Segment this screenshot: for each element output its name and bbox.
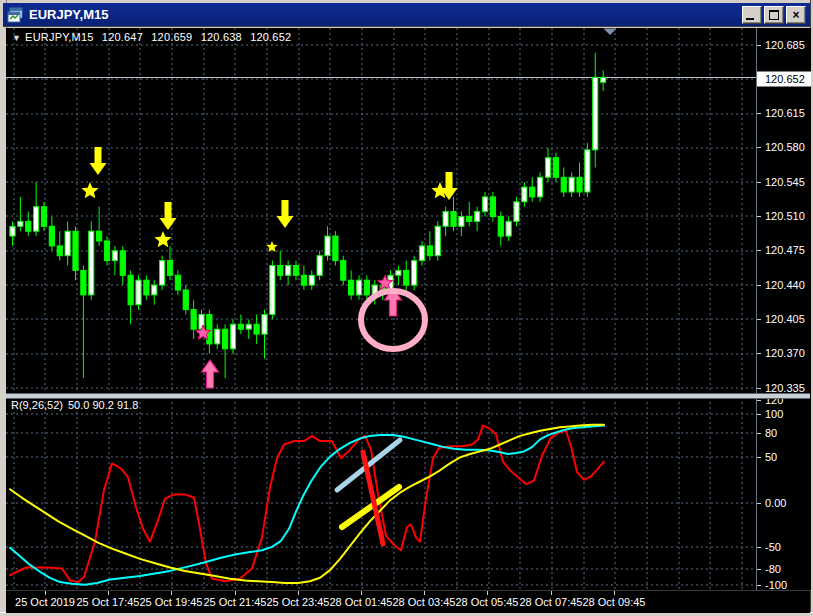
close-icon: × [792,9,799,21]
indicator-name: R(9,26,52) [11,399,63,411]
indicator-axis-tick [757,433,761,434]
time-axis-label: 28 Oct 07:45 [520,596,583,608]
sell-star-marker [154,231,171,247]
price-axis-tick [757,388,761,389]
time-axis-label: 25 Oct 19:45 [140,596,203,608]
time-axis-tick [235,591,236,595]
price-axis-tick [757,319,761,320]
price-axis-label: 120.475 [765,244,805,256]
price-axis-tick [757,147,761,148]
indicator-axis-label: 100 [765,408,783,420]
time-axis-tick [108,591,109,595]
price-axis-label: 120.545 [765,176,805,188]
oscillator-line-fast [10,426,604,582]
maximize-icon [769,10,779,20]
price-axis-label: 120.370 [765,347,805,359]
time-axis-label: 25 Oct 2019 [15,596,75,608]
price-axis[interactable]: 120.652 120.685120.615120.580120.545120.… [756,28,811,590]
current-price-tag: 120.652 [757,72,811,87]
time-axis-tick [298,591,299,595]
price-axis-tick [757,250,761,251]
price-axis-label: 120.405 [765,313,805,325]
price-axis-label: 120.440 [765,279,805,291]
time-axis-tick [424,591,425,595]
time-axis-label: 25 Oct 23:45 [267,596,330,608]
symbol-label: EURJPY,M15 [25,31,93,43]
price-axis-tick [757,45,761,46]
time-axis-label: 28 Oct 01:45 [330,596,393,608]
indicator-axis-tick [757,585,761,586]
time-axis-label: 28 Oct 05:45 [456,596,519,608]
price-axis-tick [757,353,761,354]
indicator-axis-tick [757,569,761,570]
minimize-button[interactable] [742,6,762,24]
time-axis[interactable]: 25 Oct 201925 Oct 17:4525 Oct 19:4525 Oc… [6,590,810,613]
chevron-down-icon[interactable]: ▼ [12,33,21,43]
maximize-button[interactable] [764,6,784,24]
time-axis-label: 25 Oct 21:45 [204,596,267,608]
high-value: 120.659 [151,31,192,43]
low-value: 120.638 [201,31,242,43]
indicator-axis-tick [757,400,761,401]
open-value: 120.647 [102,31,143,43]
time-axis-label: 25 Oct 17:45 [77,596,140,608]
time-axis-tick [45,591,46,595]
indicator-axis-tick [757,414,761,415]
price-axis-label: 120.580 [765,141,805,153]
indicator-axis-tick [757,503,761,504]
price-axis-label: 120.685 [765,39,805,51]
oscillator-line-medium [10,426,604,585]
oscillator-line-slow [10,425,604,583]
sell-arrow-marker [90,147,107,175]
sell-arrow-marker [277,200,294,228]
time-axis-label: 28 Oct 09:45 [583,596,646,608]
title-bar[interactable]: EURJPY,M15 × [3,3,810,27]
indicator-axis-tick [757,547,761,548]
time-axis-tick [614,591,615,595]
price-axis-tick [757,216,761,217]
price-axis-tick [757,285,761,286]
indicator-axis-label: 50 [765,451,777,463]
price-axis-label: 120.615 [765,107,805,119]
time-axis-tick [487,591,488,595]
minimize-icon [746,18,754,20]
indicator-values: 50.0 90.2 91.8 [68,399,138,411]
price-axis-tick [757,113,761,114]
indicator-axis-label: -50 [765,541,781,553]
chart-app-icon [7,7,23,23]
indicator-axis-label: 80 [765,427,777,439]
indicator-label: R(9,26,52)50.0 90.2 91.8 [11,399,143,411]
sell-star-marker [266,241,277,252]
time-axis-tick [361,591,362,595]
indicator-axis-label: 0.00 [765,497,786,509]
indicator-axis-tick [757,457,761,458]
sell-star-marker [81,182,98,198]
time-axis-tick [171,591,172,595]
time-axis-label: 28 Oct 03:45 [393,596,456,608]
main-chart-canvas[interactable] [6,28,756,393]
window-title: EURJPY,M15 [29,7,742,22]
time-axis-tick [551,591,552,595]
price-axis-tick [757,182,761,183]
price-axis-label: 120.510 [765,210,805,222]
close-value: 120.652 [250,31,291,43]
close-button[interactable]: × [786,6,806,24]
symbol-ohlc-header: ▼EURJPY,M15 120.647 120.659 120.638 120.… [12,31,296,43]
indicator-axis-label: -80 [765,563,781,575]
indicator-canvas[interactable] [6,397,756,590]
